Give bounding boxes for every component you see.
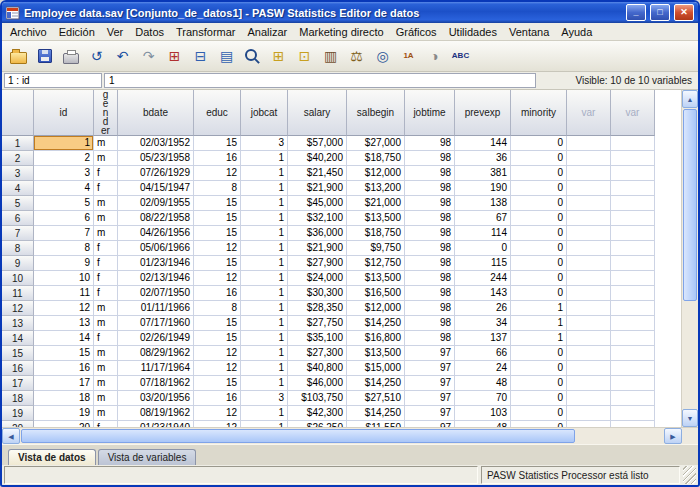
data-cell[interactable]: 143 (455, 286, 511, 301)
data-cell[interactable]: $21,900 (288, 241, 347, 256)
data-cell[interactable]: 11/17/1964 (118, 361, 194, 376)
data-cell[interactable]: $42,300 (288, 406, 347, 421)
data-cell[interactable]: 12 (194, 166, 241, 181)
data-cell[interactable]: 0 (511, 271, 567, 286)
vertical-scroll-thumb[interactable] (683, 109, 697, 301)
data-cell[interactable]: 9 (34, 256, 94, 271)
data-cell[interactable]: 0 (511, 241, 567, 256)
menu-item-utilidades[interactable]: Utilidades (443, 25, 503, 39)
save-icon[interactable] (32, 44, 57, 69)
data-cell[interactable]: m (94, 226, 118, 241)
empty-cell[interactable] (567, 241, 611, 256)
data-cell[interactable]: $13,500 (347, 271, 405, 286)
data-cell[interactable]: $57,000 (288, 136, 347, 151)
data-cell[interactable]: 36 (455, 151, 511, 166)
data-cell[interactable]: 02/13/1946 (118, 271, 194, 286)
data-cell[interactable]: 0 (511, 391, 567, 406)
data-cell[interactable]: 18 (34, 391, 94, 406)
row-header[interactable]: 3 (2, 166, 34, 181)
empty-cell[interactable] (611, 211, 655, 226)
data-cell[interactable]: 70 (455, 391, 511, 406)
data-cell[interactable]: 16 (34, 361, 94, 376)
data-cell[interactable]: 1 (241, 151, 288, 166)
recall-dialogs-icon[interactable]: ↺ (84, 44, 109, 69)
data-cell[interactable]: 04/26/1956 (118, 226, 194, 241)
data-cell[interactable]: 4 (34, 181, 94, 196)
menu-item-ventana[interactable]: Ventana (503, 25, 555, 39)
menu-item-analizar[interactable]: Analizar (242, 25, 294, 39)
data-cell[interactable]: 2 (34, 151, 94, 166)
data-cell[interactable]: 7 (34, 226, 94, 241)
data-cell[interactable]: 1 (241, 361, 288, 376)
data-cell[interactable]: 24 (455, 361, 511, 376)
find-icon[interactable] (240, 44, 265, 69)
data-cell[interactable]: 02/09/1955 (118, 196, 194, 211)
horizontal-scrollbar[interactable]: ◀ ▶ (2, 427, 698, 444)
data-cell[interactable]: $12,000 (347, 166, 405, 181)
column-header-minority[interactable]: minority (511, 90, 567, 136)
data-cell[interactable]: 08/29/1962 (118, 346, 194, 361)
split-file-icon[interactable]: ▥ (318, 44, 343, 69)
data-cell[interactable]: $27,900 (288, 256, 347, 271)
data-cell[interactable]: m (94, 301, 118, 316)
data-cell[interactable]: 12 (194, 406, 241, 421)
row-header[interactable]: 5 (2, 196, 34, 211)
data-cell[interactable]: $15,000 (347, 361, 405, 376)
data-cell[interactable]: 0 (511, 211, 567, 226)
column-header-prevexp[interactable]: prevexp (455, 90, 511, 136)
data-cell[interactable]: 1 (34, 136, 94, 151)
data-cell[interactable]: 98 (405, 331, 455, 346)
menu-item-datos[interactable]: Datos (129, 25, 170, 39)
vertical-scrollbar[interactable]: ▲ ▼ (681, 90, 698, 427)
empty-cell[interactable] (567, 406, 611, 421)
data-cell[interactable]: 190 (455, 181, 511, 196)
goto-variable-icon[interactable]: ⊟ (188, 44, 213, 69)
data-cell[interactable]: $14,250 (347, 376, 405, 391)
data-cell[interactable]: $40,200 (288, 151, 347, 166)
row-header[interactable]: 1 (2, 136, 34, 151)
data-cell[interactable]: 15 (194, 196, 241, 211)
data-cell[interactable]: 97 (405, 376, 455, 391)
data-cell[interactable]: f (94, 241, 118, 256)
data-cell[interactable]: 97 (405, 346, 455, 361)
data-cell[interactable]: $13,200 (347, 181, 405, 196)
empty-cell[interactable] (611, 376, 655, 391)
data-cell[interactable]: 1 (241, 406, 288, 421)
data-cell[interactable]: 07/26/1929 (118, 166, 194, 181)
row-header[interactable]: 16 (2, 361, 34, 376)
empty-cell[interactable] (567, 211, 611, 226)
variables-icon[interactable]: ▤ (214, 44, 239, 69)
data-cell[interactable]: 5 (34, 196, 94, 211)
data-cell[interactable]: 98 (405, 256, 455, 271)
empty-cell[interactable] (611, 226, 655, 241)
empty-cell[interactable] (567, 331, 611, 346)
empty-cell[interactable] (611, 196, 655, 211)
row-header[interactable]: 14 (2, 331, 34, 346)
data-cell[interactable]: 08/22/1958 (118, 211, 194, 226)
data-cell[interactable]: $14,250 (347, 316, 405, 331)
data-cell[interactable]: 02/26/1949 (118, 331, 194, 346)
data-cell[interactable]: f (94, 166, 118, 181)
empty-cell[interactable] (567, 151, 611, 166)
data-cell[interactable]: $18,750 (347, 226, 405, 241)
column-header-var[interactable]: var (567, 90, 611, 136)
data-cell[interactable]: 0 (511, 151, 567, 166)
data-cell[interactable]: 05/06/1966 (118, 241, 194, 256)
data-cell[interactable]: 0 (511, 226, 567, 241)
empty-cell[interactable] (611, 271, 655, 286)
data-cell[interactable]: 97 (405, 391, 455, 406)
data-cell[interactable]: 8 (194, 301, 241, 316)
data-cell[interactable]: 1 (241, 211, 288, 226)
scroll-down-icon[interactable]: ▼ (682, 409, 698, 427)
row-header[interactable]: 8 (2, 241, 34, 256)
column-header-gender[interactable]: gender (94, 90, 118, 136)
empty-cell[interactable] (567, 166, 611, 181)
data-cell[interactable]: 02/07/1950 (118, 286, 194, 301)
data-cell[interactable]: 98 (405, 301, 455, 316)
data-cell[interactable]: f (94, 331, 118, 346)
tab-vista-de-datos[interactable]: Vista de datos (8, 449, 96, 465)
data-cell[interactable]: 3 (34, 166, 94, 181)
data-cell[interactable]: $28,350 (288, 301, 347, 316)
horizontal-scroll-thumb[interactable] (21, 429, 575, 443)
redo-icon[interactable]: ↷ (136, 44, 161, 69)
